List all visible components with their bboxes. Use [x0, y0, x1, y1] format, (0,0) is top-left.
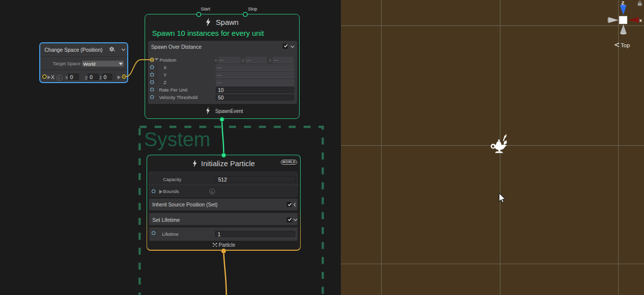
svg-text:Start: Start — [201, 6, 211, 11]
svg-text:x: x — [640, 17, 643, 23]
svg-text:Z: Z — [622, 0, 625, 5]
svg-text:Stop: Stop — [248, 6, 257, 11]
svg-text:Top: Top — [621, 42, 630, 48]
